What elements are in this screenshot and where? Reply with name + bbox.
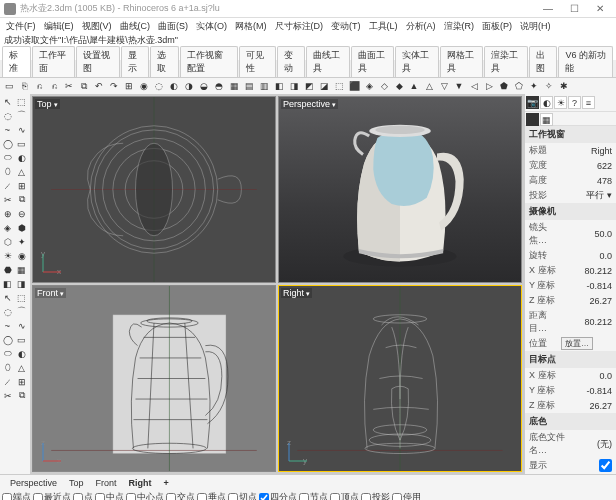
tab-2[interactable]: 设置视图 xyxy=(76,46,119,77)
toolbar-button-21[interactable]: ◪ xyxy=(317,79,331,93)
side-tool-0[interactable]: ↖ xyxy=(1,95,14,108)
rows1-row-0[interactable]: 标题Right xyxy=(525,143,616,158)
side-tool-29[interactable]: ⬚ xyxy=(15,291,28,304)
side-tool-3[interactable]: ⌒ xyxy=(15,109,28,122)
toolbar-button-15[interactable]: ▦ xyxy=(227,79,241,93)
menu-item-3[interactable]: 曲线(C) xyxy=(116,20,155,33)
toolbar-button-19[interactable]: ◨ xyxy=(287,79,301,93)
side-tool-37[interactable]: ◐ xyxy=(15,347,28,360)
toolbar-button-13[interactable]: ◒ xyxy=(197,79,211,93)
side-tool-22[interactable]: ☀ xyxy=(1,249,14,262)
toolbar-button-3[interactable]: ⎌ xyxy=(47,79,61,93)
tab-14[interactable]: V6 的新功能 xyxy=(558,46,613,77)
tab-0[interactable]: 标准 xyxy=(2,46,31,77)
side-tool-24[interactable]: ⬣ xyxy=(1,263,14,276)
menu-item-12[interactable]: 面板(P) xyxy=(478,20,516,33)
tab-3[interactable]: 显示 xyxy=(121,46,150,77)
side-tool-27[interactable]: ◨ xyxy=(15,277,28,290)
tab-11[interactable]: 网格工具 xyxy=(440,46,483,77)
side-tool-10[interactable]: ⬯ xyxy=(1,165,14,178)
menu-item-2[interactable]: 视图(V) xyxy=(78,20,116,33)
show-checkbox[interactable] xyxy=(599,459,612,472)
bottom-tab-front[interactable]: Front xyxy=(90,478,123,488)
tab-8[interactable]: 曲线工具 xyxy=(306,46,349,77)
toolbar-button-28[interactable]: △ xyxy=(422,79,436,93)
side-tool-42[interactable]: ✂ xyxy=(1,389,14,402)
toolbar-button-35[interactable]: ✦ xyxy=(527,79,541,93)
toolbar-button-22[interactable]: ⬚ xyxy=(332,79,346,93)
menu-item-4[interactable]: 曲面(S) xyxy=(154,20,192,33)
side-tool-4[interactable]: ~ xyxy=(1,123,14,136)
osnap-3[interactable]: 中点 xyxy=(95,491,124,500)
menu-item-7[interactable]: 尺寸标注(D) xyxy=(271,20,328,33)
toolbar-button-17[interactable]: ▥ xyxy=(257,79,271,93)
bottom-tab-top[interactable]: Top xyxy=(63,478,90,488)
close-button[interactable]: ✕ xyxy=(588,2,612,16)
side-tool-5[interactable]: ∿ xyxy=(15,123,28,136)
rows1-row-2[interactable]: 高度478 xyxy=(525,173,616,188)
tab-7[interactable]: 变动 xyxy=(277,46,306,77)
side-tool-43[interactable]: ⧉ xyxy=(15,389,28,402)
side-tool-36[interactable]: ⬭ xyxy=(1,347,14,360)
toolbar-button-23[interactable]: ⬛ xyxy=(347,79,361,93)
toolbar-button-20[interactable]: ◩ xyxy=(302,79,316,93)
viewport-label-top[interactable]: Top▾ xyxy=(35,99,60,109)
side-tool-25[interactable]: ▦ xyxy=(15,263,28,276)
viewport-top[interactable]: Top▾ yx xyxy=(32,96,276,283)
viewport-label-right[interactable]: Right▾ xyxy=(281,288,312,298)
toolbar-button-25[interactable]: ◇ xyxy=(377,79,391,93)
side-tool-31[interactable]: ⌒ xyxy=(15,305,28,318)
toolbar-button-0[interactable]: ▭ xyxy=(2,79,16,93)
toolbar-button-29[interactable]: ▽ xyxy=(437,79,451,93)
rows3-row-1[interactable]: Y 座标-0.814 xyxy=(525,383,616,398)
side-tool-1[interactable]: ⬚ xyxy=(15,95,28,108)
rows2-row-3[interactable]: Y 座标-0.814 xyxy=(525,278,616,293)
viewport-right[interactable]: Right▾ zy xyxy=(278,285,522,472)
rows3-row-0[interactable]: X 座标0.0 xyxy=(525,368,616,383)
menu-item-1[interactable]: 编辑(E) xyxy=(40,20,78,33)
side-tool-6[interactable]: ◯ xyxy=(1,137,14,150)
rows2-row-2[interactable]: X 座标80.212 xyxy=(525,263,616,278)
tab-5[interactable]: 工作视窗配置 xyxy=(180,46,238,77)
toolbar-button-9[interactable]: ◉ xyxy=(137,79,151,93)
side-tool-23[interactable]: ◉ xyxy=(15,249,28,262)
side-tool-12[interactable]: ⟋ xyxy=(1,179,14,192)
tab-12[interactable]: 渲染工具 xyxy=(484,46,527,77)
toolbar-button-14[interactable]: ◓ xyxy=(212,79,226,93)
side-tool-26[interactable]: ◧ xyxy=(1,277,14,290)
side-tool-21[interactable]: ✦ xyxy=(15,235,28,248)
side-tool-33[interactable]: ∿ xyxy=(15,319,28,332)
osnap-check-4[interactable] xyxy=(126,493,136,501)
bottom-tab-perspective[interactable]: Perspective xyxy=(4,478,63,488)
toolbar-button-26[interactable]: ◆ xyxy=(392,79,406,93)
side-tool-38[interactable]: ⬯ xyxy=(1,361,14,374)
rows1-row-1[interactable]: 宽度622 xyxy=(525,158,616,173)
side-tool-18[interactable]: ◈ xyxy=(1,221,14,234)
tab-9[interactable]: 曲面工具 xyxy=(351,46,394,77)
osnap-check-3[interactable] xyxy=(95,493,105,501)
side-tool-39[interactable]: △ xyxy=(15,361,28,374)
rows1-row-3[interactable]: 投影平行 ▾ xyxy=(525,188,616,203)
tab-6[interactable]: 可见性 xyxy=(239,46,275,77)
toolbar-button-5[interactable]: ⧉ xyxy=(77,79,91,93)
side-tool-28[interactable]: ↖ xyxy=(1,291,14,304)
toolbar-button-2[interactable]: ⎌ xyxy=(32,79,46,93)
toolbar-button-6[interactable]: ↶ xyxy=(92,79,106,93)
osnap-check-2[interactable] xyxy=(73,493,83,501)
rows2-row-1[interactable]: 旋转0.0 xyxy=(525,248,616,263)
menu-item-5[interactable]: 实体(O) xyxy=(192,20,231,33)
tab-10[interactable]: 实体工具 xyxy=(395,46,438,77)
toolbar-button-34[interactable]: ⬠ xyxy=(512,79,526,93)
sun-tab-icon[interactable]: ☀ xyxy=(554,96,567,109)
toolbar-button-37[interactable]: ✱ xyxy=(557,79,571,93)
add-viewport-button[interactable]: + xyxy=(158,478,175,488)
rows2-row-0[interactable]: 镜头焦…50.0 xyxy=(525,220,616,248)
side-tool-2[interactable]: ◌ xyxy=(1,109,14,122)
toolbar-button-16[interactable]: ▤ xyxy=(242,79,256,93)
toolbar-button-36[interactable]: ✧ xyxy=(542,79,556,93)
side-tool-9[interactable]: ◐ xyxy=(15,151,28,164)
menu-item-11[interactable]: 渲染(R) xyxy=(440,20,479,33)
toolbar-button-24[interactable]: ◈ xyxy=(362,79,376,93)
tab-1[interactable]: 工作平面 xyxy=(32,46,75,77)
menu-item-9[interactable]: 工具(L) xyxy=(365,20,402,33)
